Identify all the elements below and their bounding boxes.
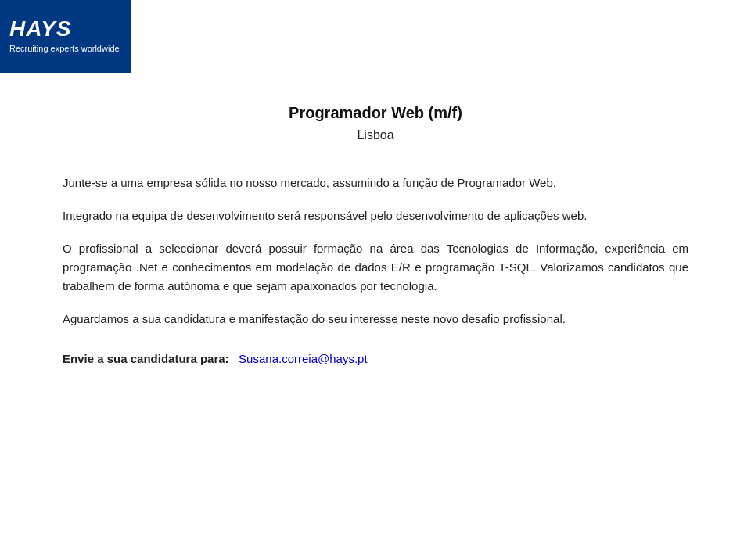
contact-label: Envie a sua candidatura para: bbox=[63, 352, 229, 365]
paragraph-role: Integrado na equipa de desenvolvimento s… bbox=[63, 206, 688, 225]
logo-tagline: Recruiting experts worldwide bbox=[9, 43, 121, 54]
contact-line: Envie a sua candidatura para: Susana.cor… bbox=[63, 352, 688, 365]
paragraph-closing: Aguardamos a sua candidatura e manifesta… bbox=[63, 310, 688, 328]
paragraph-intro: Junte-se a uma empresa sólida no nosso m… bbox=[63, 174, 688, 192]
header-logo: HAYS Recruiting experts worldwide bbox=[0, 0, 131, 73]
logo-brand: HAYS bbox=[9, 18, 121, 40]
contact-email[interactable]: Susana.correia@hays.pt bbox=[239, 352, 367, 365]
job-location: Lisboa bbox=[63, 128, 688, 142]
job-title: Programador Web (m/f) bbox=[63, 104, 688, 122]
main-content: Programador Web (m/f) Lisboa Junte-se a … bbox=[0, 73, 751, 397]
paragraph-requirements: O profissional a seleccionar deverá poss… bbox=[63, 239, 688, 296]
